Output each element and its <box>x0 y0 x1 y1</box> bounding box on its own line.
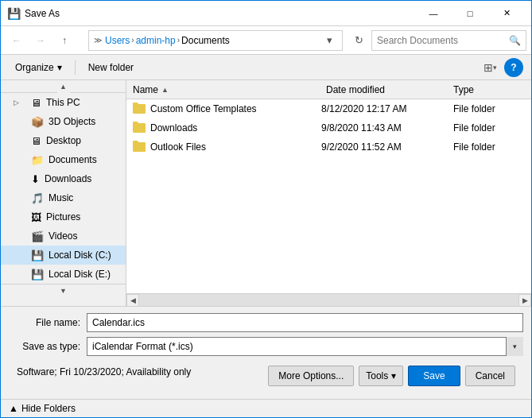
search-input[interactable] <box>377 35 509 46</box>
file-list-header: Name ▲ Date modified Type <box>126 80 531 99</box>
forward-button[interactable]: → <box>29 29 52 52</box>
filename-input[interactable] <box>87 313 523 332</box>
organize-label: Organize <box>15 62 54 73</box>
footer-area: Software; Fri 10/23/2020; Availability o… <box>9 361 523 393</box>
refresh-button[interactable]: ↻ <box>348 30 370 51</box>
footer-note: Software; Fri 10/23/2020; Availability o… <box>17 364 262 379</box>
sidebar-item-music[interactable]: 🎵 Music <box>1 188 126 207</box>
tools-label: Tools <box>366 370 388 381</box>
view-arrow: ▾ <box>493 64 497 72</box>
col-header-type[interactable]: Type <box>453 84 525 95</box>
downloads-icon: ⬇ <box>31 173 40 185</box>
expand-spacer <box>14 118 26 126</box>
sidebar-item-label: Local Disk (E:) <box>49 269 111 280</box>
cancel-button[interactable]: Cancel <box>465 366 515 386</box>
hscroll-left[interactable]: ◀ <box>126 294 139 307</box>
new-folder-button[interactable]: New folder <box>82 58 140 77</box>
organize-arrow: ▾ <box>57 62 62 73</box>
savetype-select[interactable]: iCalendar Format (*.ics) <box>87 337 523 356</box>
title-bar-controls: — □ ✕ <box>415 1 525 26</box>
savetype-label: Save as type: <box>9 341 80 352</box>
desktop-icon: 🖥 <box>31 135 41 147</box>
maximize-button[interactable]: □ <box>452 1 488 26</box>
file-item-0[interactable]: Custom Office Templates 8/12/2020 12:17 … <box>126 99 531 118</box>
sidebar: ▲ ▷ 🖥 This PC 📦 3D Objects 🖥 Desktop <box>1 80 126 306</box>
sidebar-item-local-e[interactable]: 💾 Local Disk (E:) <box>1 265 126 284</box>
footer-buttons: More Options... Tools ▾ Save Cancel <box>268 364 515 386</box>
close-button[interactable]: ✕ <box>488 1 525 26</box>
hscroll-track[interactable] <box>139 294 518 307</box>
up-button[interactable]: ↑ <box>53 29 76 52</box>
minimize-button[interactable]: — <box>415 1 452 26</box>
sort-arrow: ▲ <box>161 86 169 94</box>
col-type-label: Type <box>453 84 474 95</box>
folder-icon <box>133 103 146 115</box>
expand-spacer <box>14 213 26 221</box>
sidebar-scroll-up[interactable]: ▲ <box>57 80 70 93</box>
sidebar-item-label: 3D Objects <box>49 116 95 127</box>
file-type: File folder <box>453 141 525 153</box>
folder-icon <box>133 141 146 153</box>
more-options-button[interactable]: More Options... <box>268 366 354 386</box>
help-button[interactable]: ? <box>504 58 523 77</box>
toolbar-right: ⊞ ▾ ? <box>479 58 523 77</box>
search-icon: 🔍 <box>509 35 521 46</box>
sidebar-item-local-c[interactable]: 💾 Local Disk (C:) <box>1 246 126 265</box>
pictures-icon: 🖼 <box>31 211 41 223</box>
sidebar-item-pictures[interactable]: 🖼 Pictures <box>1 207 126 226</box>
file-type: File folder <box>453 122 525 134</box>
expand-spacer <box>14 175 26 183</box>
filename-row: File name: <box>9 313 523 332</box>
expand-icon: ▷ <box>14 99 26 106</box>
file-item-1[interactable]: Downloads 9/8/2020 11:43 AM File folder <box>126 118 531 137</box>
sidebar-item-videos[interactable]: 🎬 Videos <box>1 226 126 246</box>
file-date: 9/2/2020 11:52 AM <box>321 141 449 153</box>
file-name: Downloads <box>150 122 316 134</box>
search-box: 🔍 <box>371 30 526 51</box>
sidebar-item-label: Pictures <box>46 211 80 223</box>
sidebar-item-this-pc[interactable]: ▷ 🖥 This PC <box>1 93 126 112</box>
sidebar-wrapper: ▲ ▷ 🖥 This PC 📦 3D Objects 🖥 Desktop <box>1 80 126 306</box>
title-bar: 💾 Save As — □ ✕ <box>1 1 531 26</box>
save-button[interactable]: Save <box>408 366 460 386</box>
bottom-area: File name: Save as type: iCalendar Forma… <box>1 306 531 399</box>
hscroll-right[interactable]: ▶ <box>518 294 531 307</box>
breadcrumb-users[interactable]: Users <box>105 35 130 46</box>
file-item-2[interactable]: Outlook Files 9/2/2020 11:52 AM File fol… <box>126 137 531 157</box>
sidebar-item-label: Videos <box>49 230 77 242</box>
col-header-date[interactable]: Date modified <box>326 84 453 95</box>
tools-button[interactable]: Tools ▾ <box>359 366 403 386</box>
tools-arrow: ▾ <box>391 370 396 381</box>
sidebar-item-downloads[interactable]: ⬇ Downloads <box>1 169 126 188</box>
sidebar-item-desktop[interactable]: 🖥 Desktop <box>1 131 126 150</box>
horizontal-scrollbar: ◀ ▶ <box>126 293 531 306</box>
organize-button[interactable]: Organize ▾ <box>9 58 68 77</box>
expand-spacer <box>14 232 26 240</box>
col-date-label: Date modified <box>326 84 385 95</box>
hide-folders-bar[interactable]: ▲ Hide Folders <box>1 399 531 417</box>
sidebar-item-documents[interactable]: 📁 Documents <box>1 150 126 169</box>
view-button[interactable]: ⊞ ▾ <box>479 58 501 77</box>
file-date: 9/8/2020 11:43 AM <box>321 122 449 134</box>
sidebar-scroll-down[interactable]: ▼ <box>57 284 70 297</box>
sidebar-item-label: Desktop <box>46 135 81 146</box>
breadcrumb-dropdown[interactable]: ▾ <box>321 30 337 51</box>
save-as-dialog: 💾 Save As — □ ✕ ← → ↑ ≫ Users › admin-hp… <box>0 0 532 418</box>
back-button[interactable]: ← <box>6 29 28 52</box>
savetype-row: Save as type: iCalendar Format (*.ics) ▾ <box>9 337 523 356</box>
local-e-icon: 💾 <box>31 269 44 281</box>
sidebar-item-3d-objects[interactable]: 📦 3D Objects <box>1 112 126 131</box>
videos-icon: 🎬 <box>31 230 44 242</box>
sidebar-item-label: Documents <box>49 154 97 165</box>
file-type: File folder <box>453 103 525 114</box>
file-date: 8/12/2020 12:17 AM <box>321 103 449 114</box>
breadcrumb-admin[interactable]: admin-hp <box>136 35 176 46</box>
col-name-label: Name <box>133 84 158 95</box>
hide-folders-label: Hide Folders <box>21 403 76 414</box>
toolbar: Organize ▾ New folder ⊞ ▾ ? <box>1 55 531 80</box>
sidebar-item-label: Downloads <box>45 173 91 184</box>
col-header-name[interactable]: Name ▲ <box>133 84 326 95</box>
breadcrumb: ≫ Users › admin-hp › Documents ▾ <box>88 30 343 51</box>
expand-spacer <box>14 251 26 259</box>
tools-group: Tools ▾ <box>359 366 403 386</box>
